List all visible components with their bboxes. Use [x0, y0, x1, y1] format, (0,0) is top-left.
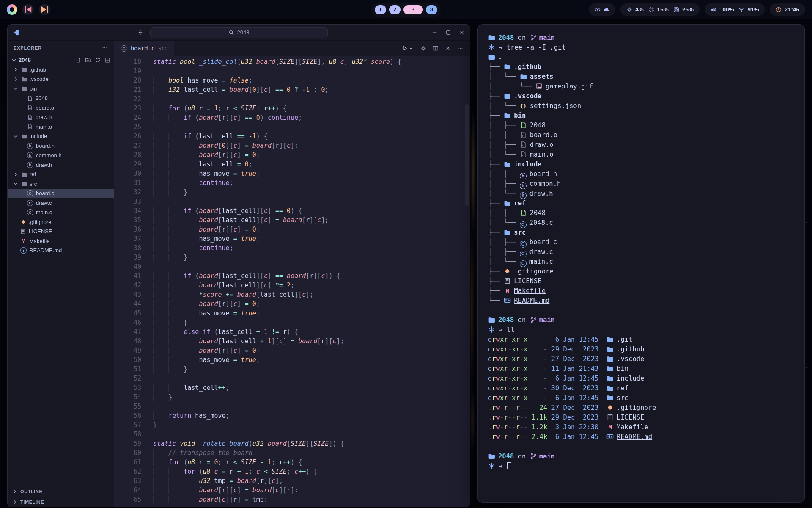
explorer-file-Makefile[interactable]: MMakefile: [8, 236, 114, 246]
run-button[interactable]: [402, 45, 414, 51]
system-stats-widget[interactable]: 4%16%25%: [620, 3, 700, 16]
code-line[interactable]: 54 }: [114, 392, 470, 402]
code-line[interactable]: 65 board[c][r] = tmp;: [114, 495, 470, 504]
code-line[interactable]: 57}: [114, 420, 470, 430]
code-line[interactable]: 42 board[last_cell][c] *= 2;: [114, 281, 470, 290]
explorer-file-.gitignore[interactable]: .gitignore: [8, 217, 114, 227]
terminal-window[interactable]: 2048 on main→ tree -a -I .git.├── .githu…: [477, 24, 805, 503]
code-line[interactable]: 30 has_move = true;: [114, 169, 470, 178]
code-line[interactable]: 46 }: [114, 318, 470, 327]
collapse-folders-button[interactable]: [104, 57, 110, 63]
code-line[interactable]: 35 board[last_cell][c] = board[r][c];: [114, 215, 470, 225]
code-editor[interactable]: 18static bool _slide_col(u32 board[SIZE]…: [114, 56, 470, 507]
code-line[interactable]: 48 board[last_cell + 1][c] = board[r][c]…: [114, 337, 470, 346]
workspace-button-1[interactable]: 1: [375, 5, 386, 14]
close-editor-button[interactable]: [445, 45, 451, 51]
code-line[interactable]: 56 return has_move;: [114, 411, 470, 420]
code-line[interactable]: 58: [114, 430, 470, 439]
code-line[interactable]: 43 *score += board[last_cell][c];: [114, 290, 470, 299]
code-line[interactable]: 24 if (board[r][c] == 0) continue;: [114, 113, 470, 122]
code-line[interactable]: 36 board[r][c] = 0;: [114, 225, 470, 234]
code-line[interactable]: 52: [114, 374, 470, 383]
code-line[interactable]: 19: [114, 66, 470, 76]
maximize-button[interactable]: [445, 30, 451, 36]
code-line[interactable]: 28 board[r][c] = 0;: [114, 150, 470, 160]
explorer-folder-bin[interactable]: bin: [8, 84, 114, 94]
code-line[interactable]: 45 has_move = true;: [114, 309, 470, 318]
code-line[interactable]: 27 board[0][c] = board[r][c];: [114, 141, 470, 150]
explorer-folder-.github[interactable]: .github: [8, 65, 114, 75]
new-folder-button[interactable]: [85, 57, 91, 63]
explorer-file-README.md[interactable]: iREADME.md: [8, 246, 114, 256]
code-line[interactable]: 31 continue;: [114, 178, 470, 188]
code-line[interactable]: 22: [114, 94, 470, 104]
refresh-explorer-button[interactable]: [95, 57, 101, 63]
audio-network-widget[interactable]: 100%91%: [705, 3, 765, 16]
explorer-folder-.vscode[interactable]: .vscode: [8, 75, 114, 84]
workspace-button-8[interactable]: 8: [426, 5, 437, 14]
media-next-button[interactable]: [39, 4, 50, 15]
code-line[interactable]: 23 for (u8 r = 1; r < SIZE; r++) {: [114, 104, 470, 113]
code-line[interactable]: 53 last_cell++;: [114, 383, 470, 392]
code-line[interactable]: 62 for (u8 c = r + 1; c < SIZE; c++) {: [114, 467, 470, 476]
explorer-file-LICENSE[interactable]: LICENSE: [8, 227, 114, 237]
explorer-folder-ref[interactable]: ref: [8, 170, 114, 179]
code-line[interactable]: 32 }: [114, 188, 470, 197]
code-line[interactable]: 59static void _rotate_board(u32 board[SI…: [114, 439, 470, 448]
code-line[interactable]: 51 }: [114, 364, 470, 374]
code-line[interactable]: 50 has_move = true;: [114, 355, 470, 364]
explorer-file-common.h[interactable]: hcommon.h: [8, 151, 114, 160]
explorer-root-folder[interactable]: 2048: [8, 55, 114, 65]
new-file-button[interactable]: [75, 57, 81, 63]
explorer-more-button[interactable]: [102, 45, 108, 51]
code-line[interactable]: 20 bool has_move = false;: [114, 76, 470, 85]
explorer-file-board.o[interactable]: board.o: [8, 103, 114, 113]
code-line[interactable]: 33: [114, 197, 470, 206]
explorer-folder-src[interactable]: src: [8, 179, 114, 189]
code-line[interactable]: 21 i32 last_cell = board[0][c] == 0 ? -1…: [114, 85, 470, 94]
workspace-button-2[interactable]: 2: [389, 5, 401, 14]
explorer-file-draw.c[interactable]: Cdraw.c: [8, 198, 114, 208]
code-line[interactable]: 47 else if (last_cell + 1 != r) {: [114, 327, 470, 337]
outline-section[interactable]: OUTLINE: [8, 486, 114, 497]
code-line[interactable]: 37 has_move = true;: [114, 234, 470, 243]
code-line[interactable]: 39 }: [114, 253, 470, 262]
workspace-button-3[interactable]: 3: [403, 5, 423, 14]
code-line[interactable]: 60 // transpose the board: [114, 448, 470, 458]
code-line[interactable]: 61 for (u8 r = 0; r < SIZE - 1; r++) {: [114, 458, 470, 467]
code-line[interactable]: 40: [114, 262, 470, 271]
code-line[interactable]: 55: [114, 402, 470, 411]
explorer-file-draw.o[interactable]: draw.o: [8, 113, 114, 122]
clock-widget[interactable]: 21:46: [770, 3, 805, 16]
code-line[interactable]: 26 if (last_cell == -1) {: [114, 132, 470, 141]
weather-widget[interactable]: [589, 3, 615, 16]
more-actions-button[interactable]: [457, 45, 463, 51]
settings-gear-button[interactable]: [420, 45, 426, 51]
code-line[interactable]: 44 board[r][c] = 0;: [114, 299, 470, 309]
explorer-file-main.c[interactable]: Cmain.c: [8, 208, 114, 218]
explorer-file-board.h[interactable]: hboard.h: [8, 141, 114, 151]
close-button[interactable]: [459, 30, 465, 36]
tab-board-c[interactable]: C board.c src: [114, 41, 174, 56]
code-line[interactable]: 34 if (board[last_cell][c] == 0) {: [114, 206, 470, 215]
explorer-folder-include[interactable]: include: [8, 132, 114, 141]
explorer-file-2048[interactable]: 2048: [8, 94, 114, 103]
nav-back-icon[interactable]: [137, 30, 143, 36]
explorer-file-main.o[interactable]: main.o: [8, 122, 114, 132]
code-line[interactable]: 38 continue;: [114, 243, 470, 253]
code-line[interactable]: 25: [114, 122, 470, 132]
explorer-file-board.c[interactable]: Cboard.c: [8, 189, 114, 199]
explorer-file-draw.h[interactable]: hdraw.h: [8, 160, 114, 170]
media-previous-button[interactable]: [22, 4, 34, 15]
split-editor-button[interactable]: [433, 45, 439, 51]
command-search-box[interactable]: 2048: [150, 27, 328, 38]
code-line[interactable]: 64 board[r][c] = board[c][r];: [114, 486, 470, 495]
code-line[interactable]: 63 u32 tmp = board[r][c];: [114, 476, 470, 486]
editor-scrollbar[interactable]: [465, 104, 469, 206]
code-line[interactable]: 18static bool _slide_col(u32 board[SIZE]…: [114, 57, 470, 66]
code-line[interactable]: 29 last_cell = 0;: [114, 160, 470, 169]
minimize-button[interactable]: [432, 30, 438, 36]
distro-logo-icon[interactable]: [7, 4, 17, 15]
code-line[interactable]: 49 board[r][c] = 0;: [114, 346, 470, 355]
code-line[interactable]: 41 if (board[last_cell][c] == board[r][c…: [114, 271, 470, 281]
